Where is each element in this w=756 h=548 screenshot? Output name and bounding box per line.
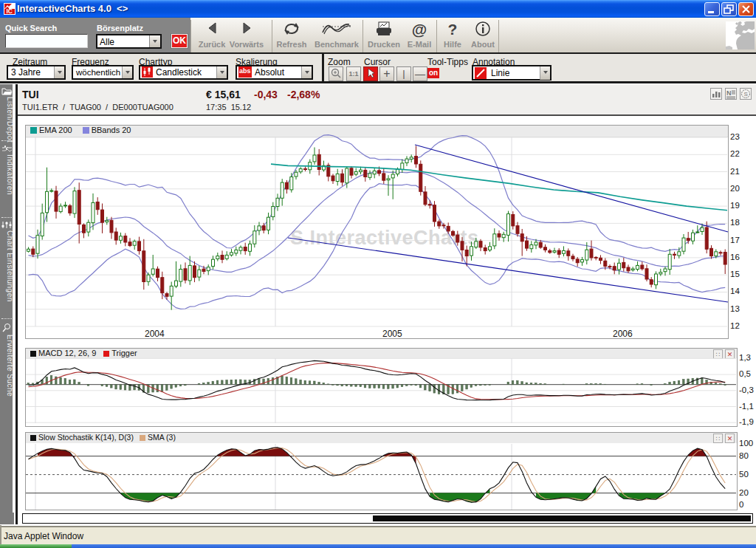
- svg-text:IC: IC: [7, 7, 13, 15]
- svg-text:S: S: [744, 91, 748, 97]
- svg-text:N: N: [726, 89, 732, 97]
